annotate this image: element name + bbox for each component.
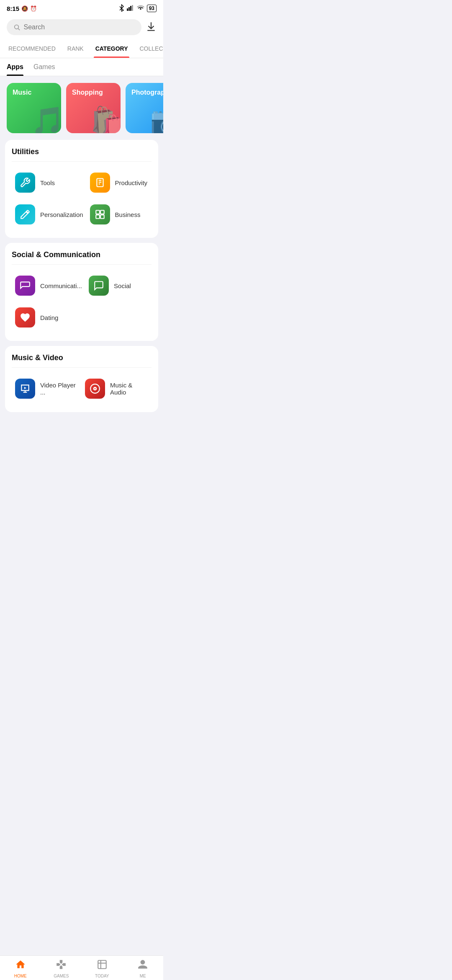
section-social-title: Social & Communication: [12, 250, 152, 265]
category-item-business[interactable]: Business: [87, 199, 152, 230]
category-item-social[interactable]: Social: [85, 270, 152, 302]
tools-label: Tools: [40, 179, 55, 186]
video-player-label: Video Player ...: [40, 382, 78, 396]
music-video-grid: Video Player ... Music & Audio: [12, 373, 152, 405]
svg-rect-14: [100, 215, 104, 219]
section-social: Social & Communication Communicati... So…: [5, 243, 158, 341]
category-card-photography[interactable]: Photography 📷: [126, 83, 163, 133]
status-left: 8:15 🔕 ⏰: [7, 5, 37, 12]
svg-rect-2: [130, 6, 131, 11]
tab-recommended[interactable]: RECOMMENDED: [7, 39, 57, 58]
tab-navigation: RECOMMENDED RANK CATEGORY COLLECTION: [0, 39, 163, 58]
svg-rect-12: [100, 210, 104, 214]
category-item-communication[interactable]: Communicati...: [12, 270, 85, 302]
communication-icon: [15, 276, 35, 296]
tools-icon: [15, 173, 35, 193]
category-item-dating[interactable]: Dating: [12, 302, 85, 333]
tab-rank[interactable]: RANK: [66, 39, 85, 58]
signal-icon: [127, 5, 134, 12]
search-input[interactable]: [23, 23, 135, 31]
status-time: 8:15: [7, 5, 19, 12]
tab-collection[interactable]: COLLECTION: [138, 39, 163, 58]
category-cards-scroll: Music 🎵 Shopping 🛍️ Photography 📷 Fi... …: [0, 76, 163, 140]
svg-rect-11: [96, 210, 100, 214]
personalization-icon: [15, 204, 35, 224]
utilities-grid: Tools Productivity: [12, 167, 152, 230]
music-card-icon: 🎵: [31, 105, 61, 133]
category-item-video-player[interactable]: Video Player ...: [12, 373, 82, 405]
business-icon: [90, 204, 110, 224]
category-card-photography-label: Photography: [131, 89, 163, 96]
section-music-video-title: Music & Video: [12, 353, 152, 368]
section-utilities: Utilities Tools: [5, 140, 158, 238]
social-label: Social: [114, 282, 131, 289]
productivity-icon: [90, 173, 110, 193]
category-card-shopping[interactable]: Shopping 🛍️: [66, 83, 121, 133]
category-card-music-label: Music: [13, 89, 55, 96]
personalization-label: Personalization: [40, 211, 83, 218]
dating-icon: [15, 307, 35, 328]
sub-tabs: Apps Games: [0, 58, 163, 76]
alarm-icon: ⏰: [30, 5, 37, 12]
category-item-tools[interactable]: Tools: [12, 167, 87, 199]
section-music-video: Music & Video Video Player ...: [5, 346, 158, 412]
svg-rect-13: [96, 215, 100, 219]
svg-line-5: [18, 28, 20, 30]
music-audio-icon: [85, 379, 105, 399]
main-content: Music 🎵 Shopping 🛍️ Photography 📷 Fi... …: [0, 76, 163, 476]
status-bar: 8:15 🔕 ⏰ 93: [0, 0, 163, 15]
category-card-music[interactable]: Music 🎵: [7, 83, 61, 133]
category-item-personalization[interactable]: Personalization: [12, 199, 87, 230]
download-button[interactable]: [146, 21, 157, 34]
svg-point-4: [15, 25, 19, 29]
category-item-music-audio[interactable]: Music & Audio: [82, 373, 152, 405]
music-audio-label: Music & Audio: [110, 382, 148, 396]
shopping-card-icon: 🛍️: [90, 105, 121, 133]
communication-label: Communicati...: [40, 282, 82, 289]
tab-category[interactable]: CATEGORY: [94, 39, 130, 58]
sub-tab-games[interactable]: Games: [33, 58, 55, 76]
battery-icon: 93: [147, 5, 157, 12]
dating-label: Dating: [40, 314, 58, 321]
productivity-label: Productivity: [115, 179, 148, 186]
svg-point-18: [94, 388, 95, 389]
photography-card-icon: 📷: [150, 105, 163, 133]
mute-icon: 🔕: [21, 5, 28, 12]
business-label: Business: [115, 211, 141, 218]
svg-marker-15: [24, 387, 26, 389]
social-grid: Communicati... Social Dating: [12, 270, 152, 333]
search-bar-container: [0, 15, 163, 39]
category-card-shopping-label: Shopping: [72, 89, 115, 96]
svg-rect-0: [127, 8, 128, 11]
social-icon: [89, 276, 109, 296]
svg-rect-3: [132, 5, 133, 11]
wifi-icon: [137, 5, 144, 12]
sub-tab-apps[interactable]: Apps: [7, 58, 23, 76]
svg-rect-1: [128, 7, 130, 11]
category-item-productivity[interactable]: Productivity: [87, 167, 152, 199]
search-icon: [13, 23, 20, 31]
status-icons: 93: [119, 4, 157, 13]
search-bar[interactable]: [7, 19, 141, 35]
bluetooth-icon: [119, 4, 124, 13]
section-utilities-title: Utilities: [12, 147, 152, 162]
video-player-icon: [15, 379, 35, 399]
